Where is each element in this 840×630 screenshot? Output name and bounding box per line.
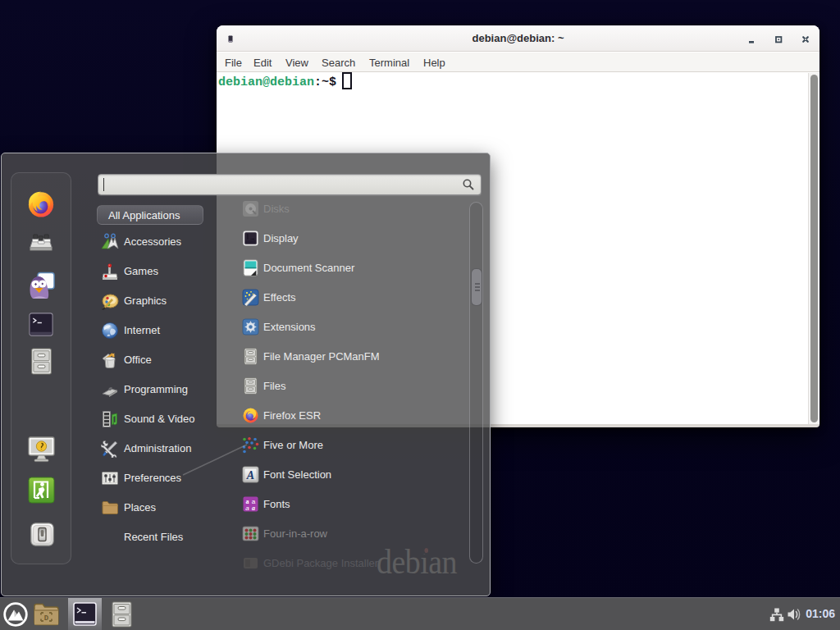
svg-text:A: A (246, 469, 254, 482)
svg-text:D: D (44, 614, 49, 623)
svg-text:a: a (245, 504, 249, 512)
svg-text:a: a (252, 504, 255, 512)
